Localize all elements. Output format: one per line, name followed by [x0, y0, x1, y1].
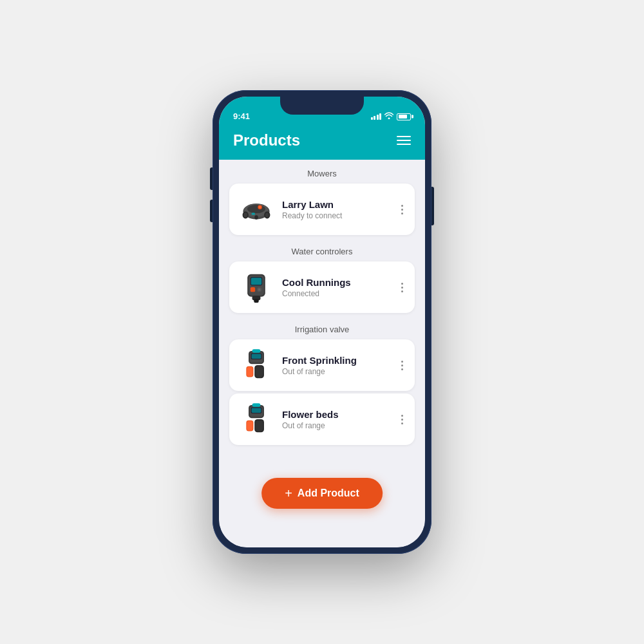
section-label-irrigation: Irrigation valve: [219, 316, 425, 339]
more-dot: [401, 365, 403, 366]
hamburger-line-3: [397, 144, 411, 145]
svg-rect-35: [247, 421, 252, 431]
product-name: Front Sprinkling: [282, 355, 391, 366]
volume-down-button: [210, 200, 213, 222]
app-header: Products: [219, 125, 425, 160]
product-image-valve-2: [238, 401, 274, 437]
phone-screen: 9:41: [219, 97, 425, 547]
more-dot: [401, 213, 403, 214]
more-options-button[interactable]: [399, 412, 406, 427]
power-button: [431, 187, 434, 225]
svg-point-10: [254, 215, 258, 220]
svg-rect-15: [251, 287, 255, 292]
svg-rect-32: [252, 408, 261, 413]
product-status: Ready to connect: [282, 211, 391, 220]
list-item[interactable]: Front Sprinkling Out of range: [229, 339, 415, 391]
product-name: Larry Lawn: [282, 199, 391, 210]
section-label-mowers: Mowers: [219, 160, 425, 184]
more-dot: [401, 361, 403, 363]
svg-point-7: [243, 213, 247, 217]
hamburger-line-1: [397, 136, 411, 137]
more-dot: [401, 209, 403, 211]
more-dot: [401, 368, 403, 370]
plus-icon: +: [285, 487, 292, 500]
svg-rect-26: [247, 367, 252, 377]
svg-rect-37: [256, 421, 263, 431]
svg-rect-28: [256, 366, 263, 377]
product-info: Larry Lawn Ready to connect: [282, 199, 391, 220]
hamburger-line-2: [397, 140, 411, 141]
volume-up-button: [210, 167, 213, 190]
product-info: Flower beds Out of range: [282, 409, 391, 430]
svg-point-9: [265, 213, 269, 217]
more-dot: [401, 422, 403, 424]
svg-rect-23: [252, 354, 261, 359]
product-name: Cool Runnings: [282, 277, 391, 288]
product-name: Flower beds: [282, 409, 391, 420]
wifi-icon: [384, 112, 393, 121]
more-options-button[interactable]: [399, 202, 406, 217]
product-image-valve-1: [238, 347, 274, 383]
product-image-water-controller: [238, 269, 274, 305]
menu-button[interactable]: [397, 136, 411, 145]
svg-rect-19: [254, 299, 258, 303]
notch: [280, 97, 364, 115]
svg-rect-14: [251, 278, 262, 285]
more-dot: [401, 287, 403, 289]
more-dot: [401, 415, 403, 417]
more-dot: [401, 290, 403, 292]
more-options-button[interactable]: [399, 358, 406, 373]
section-label-water: Water controlers: [219, 238, 425, 261]
add-product-button[interactable]: + Add Product: [261, 478, 383, 509]
page-title: Products: [233, 131, 300, 149]
product-status: Out of range: [282, 421, 391, 430]
list-item[interactable]: Larry Lawn Ready to connect: [229, 184, 415, 235]
svg-point-17: [258, 289, 261, 291]
svg-rect-24: [252, 349, 261, 353]
more-dot: [401, 205, 403, 207]
list-item[interactable]: Cool Runnings Connected: [229, 261, 415, 313]
add-product-label: Add Product: [298, 488, 359, 499]
product-image-mower: [238, 191, 274, 227]
svg-rect-5: [252, 213, 256, 215]
phone-frame: 9:41: [213, 90, 431, 554]
product-info: Cool Runnings Connected: [282, 277, 391, 298]
status-time: 9:41: [233, 111, 250, 121]
product-status: Connected: [282, 289, 391, 298]
battery-icon: [397, 113, 411, 120]
status-icons: [371, 112, 412, 121]
more-dot: [401, 419, 403, 421]
more-options-button[interactable]: [399, 280, 406, 295]
svg-point-4: [259, 206, 261, 209]
svg-rect-33: [252, 403, 261, 407]
more-dot: [401, 283, 403, 285]
product-status: Out of range: [282, 367, 391, 376]
product-info: Front Sprinkling Out of range: [282, 355, 391, 376]
list-item[interactable]: Flower beds Out of range: [229, 393, 415, 445]
signal-icon: [371, 113, 382, 120]
svg-point-2: [247, 205, 265, 213]
